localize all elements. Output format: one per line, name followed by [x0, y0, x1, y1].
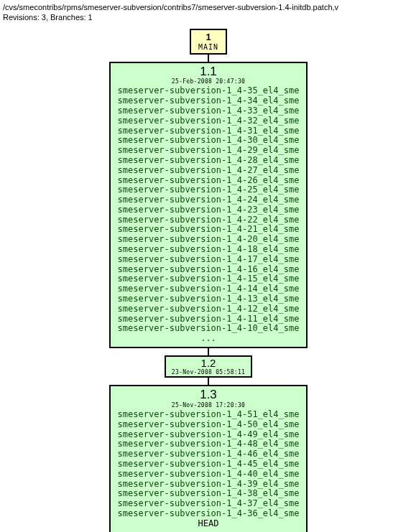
tag-label: smeserver-subversion-1_4-50_el4_sme [118, 420, 300, 430]
revision-1.1[interactable]: 1.1 25-Feb-2008 20:47:30 smeserver-subve… [109, 62, 308, 348]
tag-label: smeserver-subversion-1_4-48_el4_sme [118, 439, 300, 449]
tag-label: smeserver-subversion-1_4-23_el4_sme [118, 205, 300, 215]
tag-label: smeserver-subversion-1_4-39_el4_sme [118, 480, 300, 490]
tag-label: smeserver-subversion-1_4-27_el4_sme [118, 166, 300, 176]
tag-label: smeserver-subversion-1_4-37_el4_sme [118, 499, 300, 509]
revision-tree: 1 MAIN 1.1 25-Feb-2008 20:47:30 smeserve… [3, 29, 411, 532]
tag-label: smeserver-subversion-1_4-51_el4_sme [118, 410, 300, 420]
tag-label: smeserver-subversion-1_4-24_el4_sme [118, 195, 300, 205]
tag-label: smeserver-subversion-1_4-20_el4_sme [118, 235, 300, 245]
tag-label: smeserver-subversion-1_4-49_el4_sme [118, 430, 300, 440]
revision-date: 25-Nov-2008 17:20:30 [118, 402, 300, 409]
revision-1.3[interactable]: 1.3 25-Nov-2008 17:20:30 smeserver-subve… [109, 385, 308, 532]
tag-label: smeserver-subversion-1_4-13_el4_sme [118, 294, 300, 304]
tag-label: smeserver-subversion-1_4-28_el4_sme [118, 156, 300, 166]
tag-label: smeserver-subversion-1_4-30_el4_sme [118, 136, 300, 146]
tag-label: smeserver-subversion-1_4-11_el4_sme [118, 314, 300, 325]
revision-date: 23-Nov-2008 05:58:11 [172, 370, 245, 376]
revision-date: 25-Feb-2008 20:47:30 [118, 78, 300, 85]
revision-1.2[interactable]: 1.2 23-Nov-2008 05:58:11 [165, 355, 252, 378]
tag-label: smeserver-subversion-1_4-22_el4_sme [118, 215, 300, 225]
tag-label: smeserver-subversion-1_4-25_el4_sme [118, 185, 300, 195]
tag-label: smeserver-subversion-1_4-35_el4_sme [118, 86, 300, 96]
tag-label: smeserver-subversion-1_4-14_el4_sme [118, 284, 300, 294]
tag-label: smeserver-subversion-1_4-17_el4_sme [118, 255, 300, 265]
tag-label: smeserver-subversion-1_4-34_el4_sme [118, 96, 300, 106]
tag-label: smeserver-subversion-1_4-15_el4_sme [118, 274, 300, 284]
tag-label: smeserver-subversion-1_4-16_el4_sme [118, 265, 300, 275]
revision-title: 1.2 [172, 358, 245, 370]
tag-label: smeserver-subversion-1_4-31_el4_sme [118, 126, 300, 136]
revision-tags: smeserver-subversion-1_4-51_el4_smesmese… [118, 410, 300, 519]
tag-label: smeserver-subversion-1_4-18_el4_sme [118, 245, 300, 255]
revision-title: 1.3 [118, 388, 300, 402]
tag-label: smeserver-subversion-1_4-12_el4_sme [118, 304, 300, 314]
connector-line [208, 348, 209, 355]
tag-label: smeserver-subversion-1_4-40_el4_sme [118, 470, 300, 480]
connector-line [208, 55, 209, 62]
tag-label: smeserver-subversion-1_4-10_el4_sme [118, 324, 300, 334]
tag-label: smeserver-subversion-1_4-21_el4_sme [118, 225, 300, 235]
tag-label: smeserver-subversion-1_4-36_el4_sme [118, 509, 300, 519]
revision-tags: smeserver-subversion-1_4-35_el4_smesmese… [118, 86, 300, 334]
branch-main[interactable]: 1 MAIN [190, 29, 227, 55]
tag-label: smeserver-subversion-1_4-26_el4_sme [118, 176, 300, 186]
file-path: /cvs/smecontribs/rpms/smeserver-subversi… [3, 3, 411, 11]
revisions-info: Revisions: 3, Branches: 1 [3, 13, 411, 22]
branch-number: 1 [198, 32, 218, 43]
tag-label: smeserver-subversion-1_4-46_el4_sme [118, 449, 300, 459]
tag-label: smeserver-subversion-1_4-38_el4_sme [118, 489, 300, 499]
tag-label: smeserver-subversion-1_4-29_el4_sme [118, 146, 300, 156]
revision-title: 1.1 [118, 65, 300, 79]
branch-name: MAIN [198, 43, 218, 52]
ellipsis: ... [118, 334, 300, 344]
connector-line [208, 378, 209, 385]
tag-label: smeserver-subversion-1_4-32_el4_sme [118, 116, 300, 126]
head-label: HEAD [118, 519, 300, 529]
tag-label: smeserver-subversion-1_4-33_el4_sme [118, 106, 300, 116]
tag-label: smeserver-subversion-1_4-45_el4_sme [118, 459, 300, 470]
